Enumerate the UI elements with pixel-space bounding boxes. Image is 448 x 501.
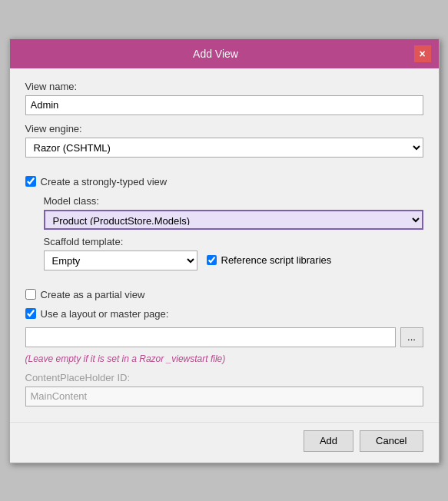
content-placeholder-group: ContentPlaceHolder ID: — [25, 372, 423, 406]
scaffold-template-group: Scaffold template: Empty Create Delete D… — [44, 236, 423, 270]
layout-section: ... (Leave empty if it is set in a Razor… — [25, 327, 423, 364]
scaffold-template-label: Scaffold template: — [44, 236, 423, 247]
browse-button[interactable]: ... — [400, 327, 423, 347]
reference-scripts-row: Reference script libraries — [207, 254, 332, 266]
view-engine-select[interactable]: Razor (CSHTML) ASPX — [25, 138, 423, 158]
partial-view-label[interactable]: Create as a partial view — [41, 289, 145, 300]
close-button[interactable]: × — [414, 45, 431, 62]
strongly-typed-label[interactable]: Create a strongly-typed view — [41, 176, 168, 187]
reference-scripts-checkbox[interactable] — [207, 255, 217, 265]
content-placeholder-input[interactable] — [25, 387, 423, 406]
use-layout-label[interactable]: Use a layout or master page: — [41, 308, 169, 320]
cancel-button[interactable]: Cancel — [360, 430, 423, 452]
add-button[interactable]: Add — [304, 430, 353, 452]
model-class-group: Model class: Product (ProductStore.Model… — [44, 195, 423, 230]
title-bar: Add View × — [10, 39, 439, 68]
layout-path-input[interactable] — [25, 327, 396, 347]
dialog-title: Add View — [18, 48, 414, 60]
use-layout-row: Use a layout or master page: — [25, 308, 423, 320]
view-engine-group: View engine: Razor (CSHTML) ASPX — [25, 123, 423, 158]
scaffold-template-select[interactable]: Empty Create Delete Details Edit List — [44, 250, 197, 270]
reference-scripts-label[interactable]: Reference script libraries — [221, 254, 332, 266]
strongly-typed-checkbox[interactable] — [25, 176, 36, 187]
dialog-footer: Add Cancel — [10, 422, 439, 463]
layout-input-row: ... — [25, 327, 423, 347]
model-class-select[interactable]: Product (ProductStore.Models) Category O… — [44, 210, 423, 230]
partial-view-checkbox[interactable] — [25, 289, 36, 300]
dialog-body: View name: View engine: Razor (CSHTML) A… — [10, 68, 439, 419]
view-name-input[interactable] — [25, 95, 423, 115]
scaffold-row: Empty Create Delete Details Edit List Re… — [44, 250, 423, 270]
partial-view-row: Create as a partial view — [25, 289, 423, 300]
add-view-dialog: Add View × View name: View engine: Razor… — [9, 38, 440, 463]
hint-text: (Leave empty if it is set in a Razor _vi… — [25, 353, 423, 364]
view-name-group: View name: — [25, 81, 423, 115]
view-engine-label: View engine: — [25, 123, 423, 134]
model-class-label: Model class: — [44, 195, 423, 207]
content-placeholder-label: ContentPlaceHolder ID: — [25, 372, 423, 383]
strongly-typed-section: Model class: Product (ProductStore.Model… — [44, 195, 423, 270]
view-name-label: View name: — [25, 81, 423, 92]
use-layout-checkbox[interactable] — [25, 308, 36, 319]
strongly-typed-row: Create a strongly-typed view — [25, 176, 423, 187]
